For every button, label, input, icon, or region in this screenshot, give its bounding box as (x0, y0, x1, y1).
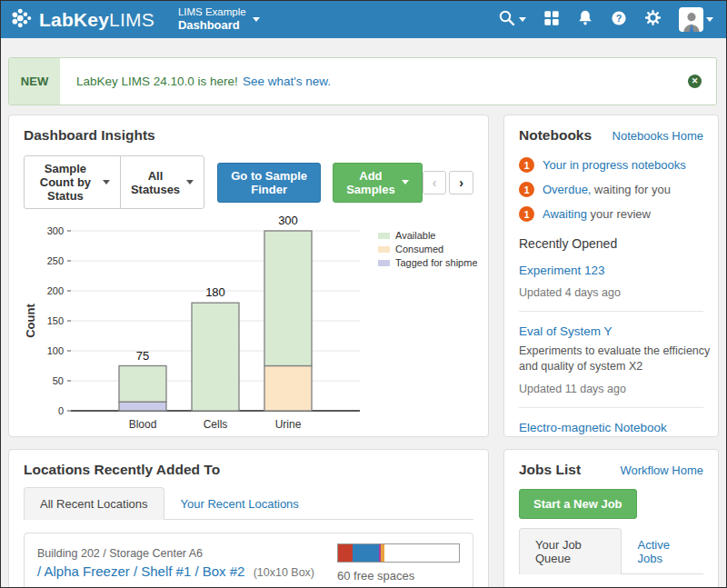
svg-text:Consumed: Consumed (395, 244, 443, 254)
status-filter-value: All Statuses (131, 169, 180, 196)
avatar (679, 7, 703, 32)
close-icon[interactable]: ✕ (688, 75, 702, 88)
svg-text:Cells: Cells (204, 418, 228, 431)
locations-tabs: All Recent Locations Your Recent Locatio… (24, 487, 473, 520)
dashboard-insights-panel: Dashboard Insights Sample Count by Statu… (8, 115, 489, 437)
svg-text:0: 0 (58, 405, 64, 416)
status-filter-dropdown[interactable]: All Statuses (120, 155, 204, 209)
apps-grid-icon (543, 10, 560, 30)
location-path: Building 202 / Storage Center A6 / Alpha… (37, 547, 314, 579)
labkey-logo[interactable]: LabKeyLIMS (10, 6, 154, 34)
list-item: Electro-magnetic Notebook Updated 13 day… (519, 407, 703, 437)
brand-light: LIMS (109, 9, 154, 30)
location-card: Building 202 / Storage Center A6 / Alpha… (24, 533, 473, 588)
list-item: Experiment 123 Updated 4 days ago (519, 251, 703, 311)
notebooks-home-link[interactable]: Notebooks Home (612, 129, 703, 143)
alert-rest-text: your review (587, 207, 651, 221)
chevron-down-icon (253, 17, 260, 22)
insights-toolbar: Sample Count by Status All Statuses Go t… (24, 155, 473, 209)
storage-fill-bar (337, 543, 460, 563)
pager-prev-button[interactable]: ‹ (423, 171, 447, 194)
chart-filter-group: Sample Count by Status All Statuses (24, 155, 204, 209)
svg-text:?: ? (616, 12, 622, 23)
dashboard-grid: Dashboard Insights Sample Count by Statu… (8, 115, 717, 588)
svg-text:Urine: Urine (275, 418, 302, 431)
tab-your-job-queue[interactable]: Your Job Queue (519, 528, 622, 574)
workflow-home-link[interactable]: Workflow Home (620, 463, 703, 477)
svg-text:Count: Count (24, 304, 37, 338)
chart-pager: ‹ › (423, 171, 473, 194)
notebook-updated: Updated 11 days ago (519, 383, 703, 395)
top-navigation-bar: LabKeyLIMS LIMS Example Dashboard (1, 1, 726, 38)
project-menu[interactable]: LIMS Example Dashboard (178, 6, 260, 32)
tab-active-jobs[interactable]: Active Jobs (622, 528, 703, 574)
tab-your-recent-locations[interactable]: Your Recent Locations (164, 487, 315, 520)
settings-button[interactable] (644, 9, 662, 30)
page-content: NEW LabKey LIMS 24.10.0 is here! See wha… (1, 38, 726, 588)
project-name: LIMS Example (178, 6, 246, 18)
svg-text:300: 300 (278, 216, 298, 227)
notebook-link[interactable]: Electro-magnetic Notebook (519, 421, 667, 434)
notebook-link[interactable]: Eval of System Y (519, 324, 612, 338)
count-badge: 1 (519, 182, 534, 197)
notebook-updated: Updated 4 days ago (519, 286, 703, 299)
list-item: 1 Awaiting your review (519, 206, 703, 222)
notifications-button[interactable] (577, 9, 593, 30)
locations-title: Locations Recently Added To (24, 462, 473, 478)
help-button[interactable]: ? (611, 10, 627, 30)
recently-opened-heading: Recently Opened (519, 236, 703, 251)
brand-name: LabKeyLIMS (39, 9, 154, 31)
release-banner: NEW LabKey LIMS 24.10.0 is here! See wha… (8, 57, 717, 105)
add-samples-label: Add Samples (346, 169, 394, 196)
svg-text:Blood: Blood (129, 418, 157, 431)
help-icon: ? (611, 10, 627, 30)
jobs-title: Jobs List (519, 462, 581, 478)
fill-segment (353, 544, 379, 562)
chevron-down-icon (186, 180, 194, 184)
sample-count-chart[interactable]: 05010015020025030075Blood180Cells300Urin… (24, 216, 477, 437)
top-nav-icons: ? (498, 7, 713, 32)
whats-new-link[interactable]: See what's new. (243, 75, 331, 88)
start-new-job-button[interactable]: Start a New Job (519, 489, 637, 519)
fill-segment (338, 544, 353, 562)
user-menu-button[interactable] (679, 7, 713, 32)
notebook-description: Experiments to evaluate the efficiency a… (519, 344, 714, 374)
in-progress-notebooks-link[interactable]: Your in progress notebooks (543, 158, 686, 172)
storage-capacity: 60 free spaces (337, 543, 460, 583)
notebooks-title: Notebooks (519, 127, 592, 144)
location-link[interactable]: / Alpha Freezer / Shelf #1 / Box #2 (37, 563, 244, 579)
notebooks-panel: Notebooks Notebooks Home 1 Your in progr… (503, 115, 719, 437)
search-button[interactable] (498, 9, 526, 31)
apps-menu-button[interactable] (543, 10, 560, 30)
pager-next-button[interactable]: › (449, 171, 473, 194)
chevron-down-icon (402, 180, 409, 184)
search-icon (498, 9, 516, 31)
list-item: Eval of System Y Experiments to evaluate… (519, 311, 703, 407)
jobs-panel: Jobs List Workflow Home Start a New Job … (503, 449, 719, 588)
brand-bold: LabKey (39, 9, 109, 30)
awaiting-review-link[interactable]: Awaiting (543, 207, 587, 221)
release-message: LabKey LIMS 24.10.0 is here! (76, 75, 238, 88)
svg-text:250: 250 (47, 255, 64, 266)
add-samples-button[interactable]: Add Samples (333, 163, 422, 203)
svg-text:50: 50 (53, 375, 64, 386)
chart-type-value: Sample Count by Status (35, 162, 96, 203)
chevron-down-icon (103, 180, 110, 184)
overdue-notebooks-link[interactable]: Overdue, (543, 183, 591, 196)
notebook-link[interactable]: Experiment 123 (519, 264, 605, 277)
alert-rest-text: waiting for you (591, 183, 670, 196)
bell-icon (577, 9, 593, 30)
chart-type-dropdown[interactable]: Sample Count by Status (24, 155, 121, 209)
insights-title: Dashboard Insights (24, 127, 473, 144)
recent-notebooks-list: Experiment 123 Updated 4 days ago Eval o… (519, 251, 703, 437)
location-box-size: (10x10 Box) (254, 566, 314, 579)
tab-all-recent-locations[interactable]: All Recent Locations (24, 487, 164, 520)
chevron-down-icon (519, 17, 526, 22)
sample-finder-button[interactable]: Go to Sample Finder (217, 163, 321, 203)
location-parent-path: Building 202 / Storage Center A6 (37, 547, 314, 560)
new-badge: NEW (9, 58, 60, 105)
svg-text:180: 180 (205, 285, 225, 299)
chart-container: 05010015020025030075Blood180Cells300Urin… (24, 216, 473, 437)
free-spaces-label: 60 free spaces (337, 569, 460, 583)
locations-panel: Locations Recently Added To All Recent L… (8, 449, 489, 588)
